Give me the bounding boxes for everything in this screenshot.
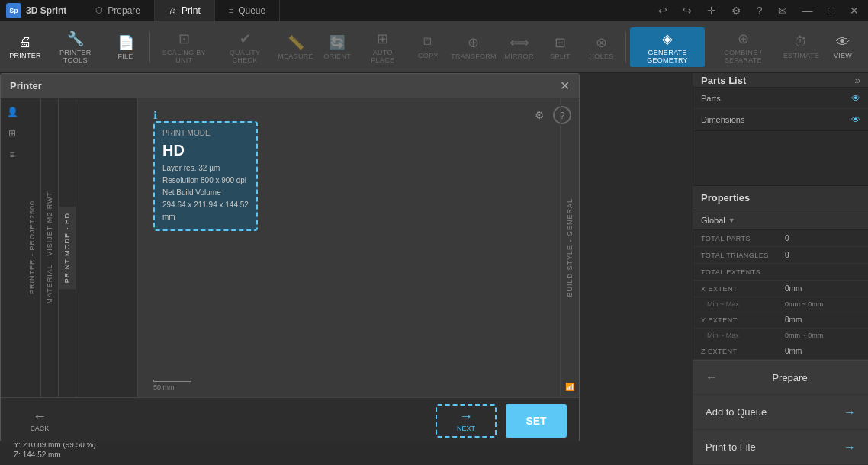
prop-z-extent: Z EXTENT 0mm [693,343,868,360]
print-mode-title: Print Mode [162,129,249,137]
next-arrow-icon: → [459,409,473,425]
title-bar-actions: ↩ ↪ ✛ ⚙ ? ✉ — □ ✕ [655,5,862,17]
tab-prepare[interactable]: ⬡ Prepare [82,0,155,21]
back-button[interactable]: ← BACK [13,404,66,438]
toolbar-orient: 🔄 Orient [318,31,356,63]
person-icon[interactable]: 👤 [3,103,21,121]
dialog-close-button[interactable]: ✕ [560,79,570,93]
sidebar-collapse-button[interactable]: » [854,74,860,86]
quality-icon: ✔ [240,30,251,47]
properties-title: Properties [701,192,750,204]
printer-dialog: Printer ✕ 👤 ⊞ ≡ PRINTER - PROJET2500 [0,73,580,442]
toolbar-autoplace: ⊞ Auto Place [359,27,406,67]
toolbar-transform: ⊕ Transform [450,31,497,63]
prop-y-extent-label: Y EXTENT [701,316,785,324]
print-mode-details: Layer res. 32 µm Resolution 800 x 900 dp… [162,162,249,223]
parts-label: Parts [701,94,721,103]
prop-total-extents-label: TOTAL EXTENTS [701,268,785,276]
prepare-action-button[interactable]: ← Prepare [693,360,868,395]
toolbar-split: ⊟ Split [542,31,580,63]
material-label: MATERIAL - VisiJet M2 RWT [41,185,58,310]
redo-button[interactable]: ↪ [680,5,695,17]
prepare-action-label: Prepare [724,372,856,383]
properties-group-header: Global ▼ [693,210,868,230]
parts-list-header: Parts List » [693,73,868,88]
set-button[interactable]: SET [506,404,567,438]
next-button[interactable]: → NEXT [436,404,497,438]
undo-button[interactable]: ↩ [655,5,670,17]
transform-icon: ⊕ [468,34,479,51]
back-label: BACK [31,425,50,432]
dimensions-row: Dimensions 👁 [693,109,868,130]
printmode-label-group: PRINT MODE - HD [59,98,76,397]
toolbar-holes: ⊗ Holes [583,31,621,63]
toolbar-generate[interactable]: ◈ Generate Geometry [630,27,705,67]
prop-z-extent-label: Z EXTENT [701,348,785,355]
printmode-label: PRINT MODE - HD [59,207,76,289]
toolbar-copy: ⧉ Copy [409,31,447,63]
estimate-icon: ⏱ [794,34,808,50]
close-button[interactable]: ✕ [847,5,862,17]
dialog-side-strip: 👤 ⊞ ≡ [1,98,24,397]
toolbar-combine: ⊕ Combine / Separate [708,27,779,67]
generate-icon: ◈ [662,30,673,47]
settings-button[interactable]: ⚙ [728,5,744,17]
prop-total-extents: TOTAL EXTENTS [693,264,868,281]
prop-x-minmax-value: 0mm ~ 0mm [785,300,823,308]
holes-icon: ⊗ [596,34,607,51]
dialog-footer: ← BACK → NEXT SET [1,397,579,443]
prop-y-minmax-value: 0mm ~ 0mm [785,332,823,339]
action-buttons-area: ← Prepare Add to Queue → Print to File → [693,360,868,465]
menu-icon[interactable]: ≡ [3,146,21,164]
toolbar-mirror: ⟺ Mirror [500,31,538,63]
add-to-queue-button[interactable]: Add to Queue → [693,395,868,430]
printer-tools-icon: 🔧 [67,30,84,47]
info-z-text: Z: 144.52 mm [14,451,61,459]
back-arrow-icon: ← [33,409,47,425]
toolbar-sep-2 [625,32,626,63]
toolbar-printer[interactable]: 🖨 Printer [6,31,44,63]
set-label: SET [526,415,546,427]
dialog-settings-icon[interactable]: ⚙ [530,106,548,124]
print-mode-panel: Print Mode HD Layer res. 32 µm Resolutio… [153,121,258,231]
tab-queue[interactable]: ≡ Queue [215,0,280,21]
add-to-queue-label: Add to Queue [706,406,767,418]
print-to-file-button[interactable]: Print to File → [693,430,868,465]
toolbar-printer-tools[interactable]: 🔧 Printer Tools [47,27,104,67]
toolbar-quality: ✔ Quality Check [217,27,273,67]
vertical-labels: PRINTER - PROJET2500 MATERIAL - VisiJet … [24,98,138,397]
prop-total-triangles-label: TOTAL TRIANGLES [701,252,785,259]
prop-total-parts-label: TOTAL PARTS [701,235,785,242]
parts-eye-icon[interactable]: 👁 [851,93,860,104]
parts-list-title: Parts List [701,75,746,86]
add-to-queue-arrow-icon: → [844,406,856,419]
grid-icon[interactable]: ⊞ [3,124,21,143]
prop-total-triangles: TOTAL TRIANGLES 0 [693,247,868,264]
toolbar-file[interactable]: 📄 File [107,31,145,63]
toolbar-view[interactable]: 👁 VIEW [824,31,862,63]
build-style-label: BUILD STYLE - General [560,98,579,397]
properties-group-label: Global [701,216,725,225]
mail-button[interactable]: ✉ [775,5,790,17]
scaling-icon: ⊡ [178,30,190,47]
print-to-file-label: Print to File [706,441,756,453]
prop-x-extent-label: X EXTENT [701,285,785,293]
toolbar: 🖨 Printer 🔧 Printer Tools 📄 File ⊡ Scali… [0,21,868,73]
scale-bar-line [153,380,191,382]
dialog-title-bar: Printer ✕ [1,74,579,98]
autoplace-icon: ⊞ [377,30,388,47]
tab-print[interactable]: 🖨 Print [155,0,215,21]
parts-section: Parts 👁 Dimensions 👁 [693,88,868,131]
prop-x-minmax-label: Min ~ Max [701,300,785,308]
mirror-icon: ⟺ [510,34,529,51]
printer-toolbar-icon: 🖨 [18,34,32,50]
prepare-arrow-left-icon: ← [706,370,718,384]
prop-y-minmax-label: Min ~ Max [701,332,785,339]
help-button[interactable]: ? [754,5,766,17]
maximize-button[interactable]: □ [825,5,837,17]
title-bar: Sp 3D Sprint ⬡ Prepare 🖨 Print ≡ Queue ↩… [0,0,868,21]
split-icon: ⊟ [555,34,566,51]
app-icon: Sp [6,3,21,18]
minimize-button[interactable]: — [799,5,816,17]
dimensions-eye-icon[interactable]: 👁 [851,114,860,125]
